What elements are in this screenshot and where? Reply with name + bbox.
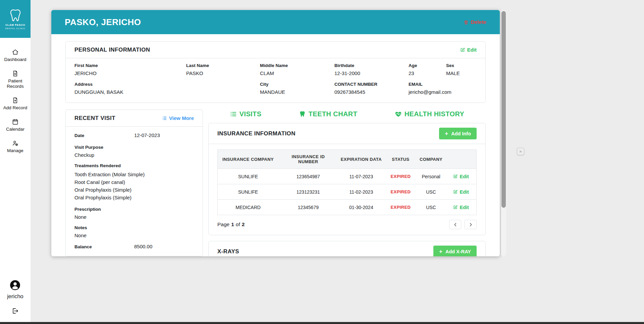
insurance-title: INSURANCE INFORMATION [217,130,296,137]
field-city: CityMANDAUE [260,82,334,95]
insurance-pagination: Page1of2 [209,215,485,235]
balance-value: 8500.00 [134,244,152,249]
cell-expiration: 11-07-2023 [338,169,385,184]
insurance-header: INSURANCE INFORMATION + Add Info [209,123,485,144]
cell-id: 12345679 [278,200,338,215]
recent-visit-title: RECENT VISIT [74,115,115,122]
sidebar: CLAM PASCO DENTAL CLINIC Dashboard Patie… [0,0,31,324]
insurance-row: SUNLIFE 123123231 11-02-2023 EXPIRED USC… [218,184,476,200]
cell-id: 123123231 [278,184,338,200]
field-age: Age23 [409,63,446,76]
list-icon [162,116,167,121]
field-address: AddressDUNGGUAN, BASAK [74,82,260,95]
col-actions [445,150,476,169]
insurance-table: INSURANCE COMPANY INSURANCE ID NUMBER EX… [217,149,477,215]
sidebar-item-label: Add Record [3,105,27,111]
cell-company: SUNLIFE [218,169,278,184]
status-badge: EXPIRED [384,200,417,215]
insurance-row: SUNLIFE 123654987 11-07-2023 EXPIRED Per… [218,169,476,184]
person-gear-icon [12,140,19,147]
edit-insurance-button[interactable]: Edit [448,174,474,179]
floating-widget[interactable]: ✕ [517,148,524,155]
edit-icon [460,47,465,53]
col-insurance-id: INSURANCE ID NUMBER [278,150,338,169]
status-badge: EXPIRED [384,184,417,200]
cell-expiration: 01-30-2024 [338,200,385,215]
edit-personal-info-button[interactable]: Edit [460,47,477,53]
visit-date-row: Date 12-07-2023 [74,132,194,138]
trash-icon [464,20,469,25]
sidebar-item-patient-records[interactable]: Patient Records [3,70,28,89]
sidebar-item-dashboard[interactable]: Dashboard [4,49,26,62]
treatment-item: Oral Prophylaxis (Simple) [74,194,194,201]
edit-insurance-button[interactable]: Edit [448,205,474,210]
sidebar-nav: Dashboard Patient Records Add Record [3,49,28,153]
patient-header: PASKO, JERICHO Delete [51,10,500,34]
cell-id: 123654987 [278,169,338,184]
insurance-card: INSURANCE INFORMATION + Add Info INSURAN… [208,123,486,235]
status-badge: EXPIRED [384,169,417,184]
prescription-block: Prescription None [74,207,194,220]
field-email: EMAILjericho@gmail.com [409,82,477,95]
scrollbar-thumb[interactable] [501,11,506,208]
delete-label: Delete [471,19,486,25]
pagination-buttons [449,220,477,229]
sidebar-item-manage[interactable]: Manage [7,140,23,153]
cell-holder: USC [417,200,445,215]
treatment-item: Oral Prophylaxis (Simple) [74,186,194,194]
delete-patient-button[interactable]: Delete [464,19,486,25]
notes-value: None [74,233,194,238]
visit-purpose-block: Visit Purpose Checkup [74,145,194,158]
field-middle-name: Middle NameCLAM [260,63,334,76]
balance-row: Balance 8500.00 [74,244,194,249]
personal-information-header: PERSONAL INFORMATION Edit [66,42,485,58]
view-more-button[interactable]: View More [162,115,194,121]
scrollbar-track[interactable] [501,10,506,256]
edit-icon [453,189,458,194]
right-column: VISITS TEETH CHART HEALTH HISTORY [208,110,486,256]
tab-health-history[interactable]: HEALTH HISTORY [395,110,465,118]
logout-icon[interactable] [11,307,19,315]
patient-tabs: VISITS TEETH CHART HEALTH HISTORY [208,110,486,123]
col-company: COMPANY [417,150,445,169]
tooth-logo-icon [8,8,22,22]
next-page-button[interactable] [465,220,477,229]
treatments-list: Tooth Extraction (Molar Simple) Root Can… [74,171,194,201]
field-contact-number: CONTACT NUMBER09267384545 [334,82,409,95]
field-first-name: First NameJERICHO [74,63,186,76]
edit-icon [453,174,458,179]
treatments-block: Treatments Rendered Tooth Extraction (Mo… [74,163,194,201]
add-xray-label: Add X-RAY [445,249,471,254]
calendar-icon [12,118,19,125]
cell-holder: USC [417,184,445,200]
edit-insurance-button[interactable]: Edit [448,189,474,195]
sidebar-item-label: Patient Records [3,78,28,89]
prev-page-button[interactable] [449,220,461,229]
cell-company: MEDICARD [218,200,278,215]
sidebar-item-label: Dashboard [4,57,26,62]
col-insurance-company: INSURANCE COMPANY [218,150,278,169]
tab-teeth-chart[interactable]: TEETH CHART [299,110,358,118]
xray-header: X-RAYS + Add X-RAY [209,241,485,256]
add-xray-button[interactable]: + Add X-RAY [433,246,477,256]
recent-visit-header: RECENT VISIT View More [66,110,203,127]
sidebar-user-section: jericho [7,279,23,315]
plus-icon: + [445,131,448,136]
tab-visits[interactable]: VISITS [230,110,262,118]
sidebar-item-add-record[interactable]: Add Record [3,97,27,111]
user-avatar-icon [9,279,21,291]
page-indicator: Page1of2 [217,221,245,228]
sidebar-item-label: Manage [7,148,23,153]
cell-holder: Personal [417,169,445,184]
list-icon [230,111,237,118]
add-insurance-button[interactable]: + Add Info [439,128,477,139]
sidebar-item-calendar[interactable]: Calendar [6,118,24,132]
visit-purpose-value: Checkup [74,152,194,158]
logo-text-line1: CLAM PASCO [5,23,25,26]
edit-label: Edit [467,47,477,53]
edit-icon [453,205,458,210]
insurance-row: MEDICARD 12345679 01-30-2024 EXPIRED USC… [218,200,476,215]
treatment-item: Tooth Extraction (Molar Simple) [74,171,194,178]
patient-detail-card: PASKO, JERICHO Delete PERSONAL INFORMATI… [51,10,500,256]
tab-label: VISITS [239,110,262,118]
